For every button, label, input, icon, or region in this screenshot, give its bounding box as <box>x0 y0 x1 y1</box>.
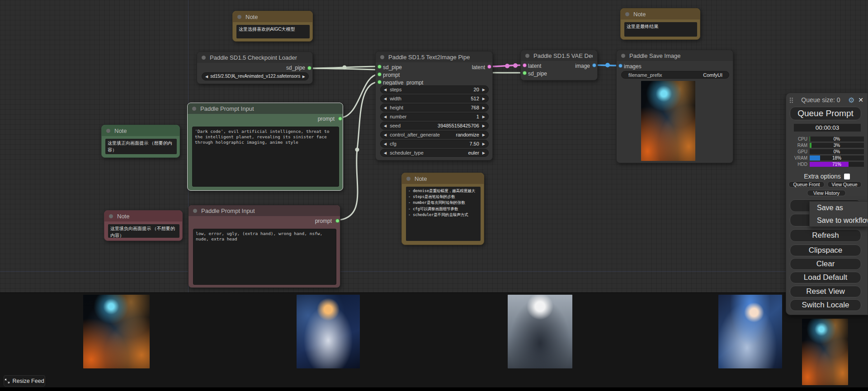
note-textarea[interactable]: 这里填负向画面提示 （不想要的内容） <box>108 224 179 238</box>
node-note-result[interactable]: Note 这里是最终结果 <box>620 8 700 40</box>
prompt-textarea[interactable]: low, error, ugly, (extra hand), wrong ha… <box>193 229 336 285</box>
comfyui-canvas[interactable]: Note 这里选择喜欢的AIGC大模型 Paddle SD1.5 Checkpo… <box>0 0 868 391</box>
node-prompt-input-positive[interactable]: Paddle Prompt Input prompt 'Dark code', … <box>187 103 343 191</box>
note-textarea[interactable]: - denoise是重绘幅度，越高程度越大 - steps是画笔绘制的步数 - … <box>406 187 481 241</box>
next-arrow-icon[interactable]: ▶ <box>482 124 485 128</box>
resize-feed-button[interactable]: Resize Feed <box>4 375 45 386</box>
switch-locale-button[interactable]: Switch Locale <box>790 299 861 311</box>
node-note-model[interactable]: Note 这里选择喜欢的AIGC大模型 <box>232 11 313 42</box>
prev-arrow-icon[interactable]: ◀ <box>205 75 208 79</box>
widget-control-after-generate[interactable]: ◀ control_after_generate randomize ▶ <box>380 131 489 139</box>
input-port-prompt[interactable] <box>377 72 382 76</box>
collapse-dot[interactable] <box>192 107 196 111</box>
link-dot[interactable] <box>355 148 359 152</box>
clear-button[interactable]: Clear <box>790 258 861 270</box>
next-arrow-icon[interactable]: ▶ <box>482 115 485 119</box>
extra-options-checkbox[interactable] <box>844 174 850 179</box>
node-note-positive[interactable]: Note 这里填正向画面提示 （想要的内容） <box>101 125 180 158</box>
node-header[interactable]: Paddle SD1.5 Checkpoint Loader <box>197 52 312 63</box>
output-port-image[interactable] <box>592 63 596 67</box>
feed-image-2[interactable] <box>297 295 360 368</box>
queue-prompt-button[interactable]: Queue Prompt <box>790 107 861 120</box>
note-textarea[interactable]: 这里是最终结果 <box>624 22 697 37</box>
load-default-button[interactable]: Load Default <box>790 272 861 283</box>
link-dot[interactable] <box>343 66 347 70</box>
node-prompt-input-negative[interactable]: Paddle Prompt Input prompt low, error, u… <box>188 205 340 288</box>
widget-scheduler-type[interactable]: ◀ scheduler_type euler ▶ <box>380 149 489 157</box>
queue-front-button[interactable]: Queue Front <box>788 181 825 188</box>
node-header[interactable]: Note <box>402 173 484 184</box>
next-arrow-icon[interactable]: ▶ <box>482 88 485 92</box>
prev-arrow-icon[interactable]: ◀ <box>384 97 387 101</box>
node-header[interactable]: Paddle SD1.5 Text2Image Pipe <box>376 52 492 62</box>
view-queue-button[interactable]: View Queue <box>827 181 862 188</box>
node-header[interactable]: Note <box>102 125 179 136</box>
widget-steps[interactable]: ◀ steps 20 ▶ <box>380 85 489 94</box>
note-textarea[interactable]: 这里填正向画面提示 （想要的内容） <box>105 139 177 154</box>
next-arrow-icon[interactable]: ▶ <box>482 151 485 155</box>
widget-number[interactable]: ◀ number 1 ▶ <box>380 113 489 121</box>
node-text2image-pipe[interactable]: Paddle SD1.5 Text2Image Pipe sd_pipe pro… <box>375 51 493 160</box>
prev-arrow-icon[interactable]: ◀ <box>384 88 387 92</box>
input-port-images[interactable] <box>618 64 623 68</box>
node-header[interactable]: Paddle Save Image <box>617 50 733 61</box>
node-header[interactable]: Note <box>621 9 700 19</box>
widget-seed[interactable]: ◀ seed 394855158425706 ▶ <box>380 122 489 130</box>
collapse-dot[interactable] <box>621 54 625 58</box>
close-icon[interactable]: ✕ <box>858 96 863 104</box>
node-vae-decoder[interactable]: Paddle SD1.5 VAE Decoder latent sd_pipe … <box>520 50 598 80</box>
collapse-dot[interactable] <box>202 56 206 60</box>
output-port-prompt[interactable] <box>338 117 342 121</box>
feed-image-4[interactable] <box>718 295 782 368</box>
link-dot[interactable] <box>605 63 610 67</box>
node-checkpoint-loader[interactable]: Paddle SD1.5 Checkpoint Loader sd_pipe ◀… <box>197 52 313 84</box>
note-textarea[interactable]: 这里选择喜欢的AIGC大模型 <box>236 25 310 38</box>
collapse-dot[interactable] <box>406 177 410 181</box>
feed-image-1[interactable] <box>83 295 150 368</box>
node-save-image[interactable]: Paddle Save Image images filename_prefix… <box>616 50 733 163</box>
node-header[interactable]: Paddle SD1.5 VAE Decoder <box>521 50 597 61</box>
collapse-dot[interactable] <box>109 214 113 218</box>
collapse-dot[interactable] <box>380 55 384 59</box>
menu-item-save-to-workflows[interactable]: Save to workflows <box>810 214 868 227</box>
output-port-sd-pipe[interactable] <box>307 66 311 70</box>
reset-view-button[interactable]: Reset View <box>790 286 861 297</box>
ckpt-name-widget[interactable]: ◀ sd15/2.5D风_revAnimated_v122.safetensor… <box>202 72 309 80</box>
prev-arrow-icon[interactable]: ◀ <box>384 106 387 110</box>
prev-arrow-icon[interactable]: ◀ <box>384 133 387 137</box>
next-arrow-icon[interactable]: ▶ <box>482 97 485 101</box>
prev-arrow-icon[interactable]: ◀ <box>384 142 387 146</box>
next-arrow-icon[interactable]: ▶ <box>302 75 305 79</box>
input-port-negative-prompt[interactable] <box>377 80 382 84</box>
node-note-negative[interactable]: Note 这里填负向画面提示 （不想要的内容） <box>104 210 183 241</box>
collapse-dot[interactable] <box>525 54 529 58</box>
next-arrow-icon[interactable]: ▶ <box>482 142 485 146</box>
collapse-dot[interactable] <box>237 15 241 19</box>
feed-image-5[interactable] <box>802 319 848 385</box>
prev-arrow-icon[interactable]: ◀ <box>384 124 387 128</box>
collapse-dot[interactable] <box>106 129 110 133</box>
node-header[interactable]: Note <box>104 211 182 221</box>
widget-height[interactable]: ◀ height 768 ▶ <box>380 104 489 112</box>
node-header[interactable]: Paddle Prompt Input <box>189 205 340 216</box>
drag-handle-icon[interactable] <box>789 97 793 103</box>
node-header[interactable]: Note <box>233 11 312 22</box>
next-arrow-icon[interactable]: ▶ <box>482 106 485 110</box>
node-note-tips[interactable]: Note - denoise是重绘幅度，越高程度越大 - steps是画笔绘制的… <box>401 173 484 245</box>
collapse-dot[interactable] <box>625 12 629 16</box>
input-port-sd-pipe[interactable] <box>523 71 527 75</box>
input-port-latent[interactable] <box>523 63 527 67</box>
output-port-latent[interactable] <box>487 65 491 69</box>
node-header[interactable]: Paddle Prompt Input <box>188 103 343 114</box>
settings-gear-icon[interactable]: ⚙ <box>848 96 854 104</box>
link-dot[interactable] <box>505 64 509 68</box>
saved-image-preview[interactable] <box>641 81 695 161</box>
prev-arrow-icon[interactable]: ◀ <box>384 151 387 155</box>
collapse-dot[interactable] <box>193 209 197 213</box>
output-port-prompt[interactable] <box>335 219 340 223</box>
view-history-button[interactable]: View History <box>807 190 846 196</box>
widget-cfg[interactable]: ◀ cfg 7.50 ▶ <box>380 140 489 148</box>
prev-arrow-icon[interactable]: ◀ <box>384 115 387 119</box>
feed-image-3[interactable] <box>508 295 572 368</box>
menu-item-save-as[interactable]: Save as <box>810 202 868 214</box>
